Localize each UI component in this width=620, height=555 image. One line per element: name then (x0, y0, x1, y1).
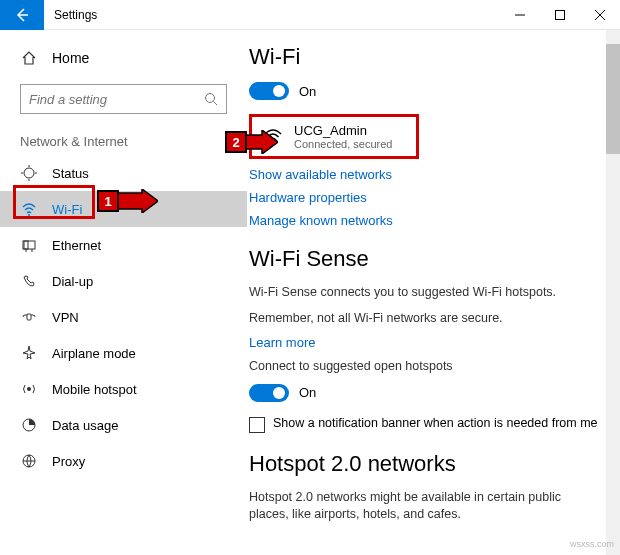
maximize-button[interactable] (540, 0, 580, 30)
svg-point-2 (24, 168, 34, 178)
search-field[interactable] (29, 92, 204, 107)
notification-checkbox[interactable] (249, 417, 265, 433)
svg-point-1 (206, 94, 215, 103)
notification-checkbox-label: Show a notification banner when action i… (273, 416, 598, 430)
home-label: Home (52, 50, 89, 66)
main-panel: Wi-Fi On UCG_Admin Connected, secured Sh… (247, 30, 620, 555)
titlebar: Settings (0, 0, 620, 30)
sidebar-item-label: Status (52, 166, 89, 181)
svg-marker-11 (118, 189, 158, 213)
wifi-toggle-row: On (249, 82, 602, 100)
svg-marker-12 (246, 130, 278, 154)
watermark: wsxss.com (570, 539, 614, 549)
home-icon (20, 50, 38, 66)
sidebar-item-label: Ethernet (52, 238, 101, 253)
wifi-sense-heading: Wi-Fi Sense (249, 246, 602, 272)
network-ssid: UCG_Admin (294, 123, 392, 138)
svg-rect-5 (24, 241, 28, 249)
sidebar-item-airplane[interactable]: Airplane mode (0, 335, 247, 371)
wifi-toggle[interactable] (249, 82, 289, 100)
sidebar-item-status[interactable]: Status (0, 155, 247, 191)
window-title: Settings (54, 8, 97, 22)
sense-text-1: Wi-Fi Sense connects you to suggested Wi… (249, 284, 602, 302)
status-icon (20, 165, 38, 181)
hardware-properties-link[interactable]: Hardware properties (249, 190, 602, 205)
sidebar-item-ethernet[interactable]: Ethernet (0, 227, 247, 263)
datausage-icon (20, 417, 38, 433)
sidebar-item-label: Proxy (52, 454, 85, 469)
sidebar-item-hotspot[interactable]: Mobile hotspot (0, 371, 247, 407)
hotspot2-text: Hotspot 2.0 networks might be available … (249, 489, 602, 524)
svg-rect-6 (27, 314, 31, 320)
annotation-1-arrow (118, 189, 158, 213)
open-hotspot-toggle[interactable] (249, 384, 289, 402)
learn-more-link[interactable]: Learn more (249, 335, 602, 350)
content-container: Home Network & Internet Status Wi-Fi Eth… (0, 30, 620, 555)
svg-point-7 (27, 387, 31, 391)
svg-point-3 (28, 214, 30, 216)
open-hotspot-toggle-row: On (249, 384, 602, 402)
vpn-icon (20, 309, 38, 325)
connect-open-label: Connect to suggested open hotspots (249, 358, 602, 376)
home-button[interactable]: Home (0, 42, 247, 74)
svg-rect-4 (23, 241, 35, 249)
vertical-scrollbar[interactable] (606, 30, 620, 555)
minimize-button[interactable] (500, 0, 540, 30)
back-button[interactable] (0, 0, 44, 30)
dialup-icon (20, 273, 38, 289)
sidebar-item-label: Airplane mode (52, 346, 136, 361)
proxy-icon (20, 453, 38, 469)
wifi-toggle-label: On (299, 84, 316, 99)
notification-checkbox-row[interactable]: Show a notification banner when action i… (249, 416, 602, 433)
sidebar-item-dialup[interactable]: Dial-up (0, 263, 247, 299)
sense-text-2: Remember, not all Wi-Fi networks are sec… (249, 310, 602, 328)
wifi-icon (20, 201, 38, 217)
annotation-2: 2 (225, 131, 247, 153)
airplane-icon (20, 345, 38, 361)
scrollbar-thumb[interactable] (606, 44, 620, 154)
sidebar-item-label: Mobile hotspot (52, 382, 137, 397)
svg-rect-0 (556, 10, 565, 19)
sidebar-item-proxy[interactable]: Proxy (0, 443, 247, 479)
close-button[interactable] (580, 0, 620, 30)
sidebar-item-label: Wi-Fi (52, 202, 82, 217)
close-icon (595, 10, 605, 20)
maximize-icon (555, 10, 565, 20)
minimize-icon (515, 10, 525, 20)
sidebar-item-datausage[interactable]: Data usage (0, 407, 247, 443)
sidebar-item-vpn[interactable]: VPN (0, 299, 247, 335)
annotation-2-arrow (246, 130, 278, 154)
hotspot2-heading: Hotspot 2.0 networks (249, 451, 602, 477)
annotation-1: 1 (97, 190, 119, 212)
ethernet-icon (20, 237, 38, 253)
category-label: Network & Internet (0, 124, 247, 155)
search-icon (204, 92, 218, 106)
manage-known-link[interactable]: Manage known networks (249, 213, 602, 228)
search-input[interactable] (20, 84, 227, 114)
sidebar: Home Network & Internet Status Wi-Fi Eth… (0, 30, 247, 555)
wifi-heading: Wi-Fi (249, 44, 602, 70)
network-status: Connected, secured (294, 138, 392, 150)
open-hotspot-toggle-label: On (299, 385, 316, 400)
sidebar-item-label: VPN (52, 310, 79, 325)
sidebar-item-label: Dial-up (52, 274, 93, 289)
show-available-link[interactable]: Show available networks (249, 167, 602, 182)
sidebar-item-label: Data usage (52, 418, 119, 433)
arrow-left-icon (14, 7, 30, 23)
hotspot-icon (20, 381, 38, 397)
